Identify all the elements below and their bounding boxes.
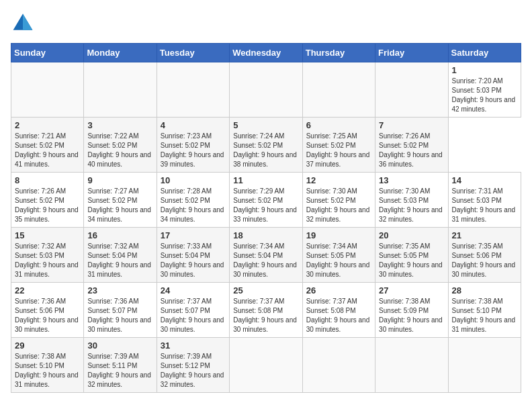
day-info: Sunrise: 7:34 AM Sunset: 5:05 PM Dayligh… <box>306 242 371 279</box>
day-number: 21 <box>452 230 517 240</box>
weekday-header-cell: Monday <box>84 44 157 62</box>
daylight-text: Daylight: 9 hours and 42 minutes. <box>452 95 517 114</box>
sunrise-text: Sunrise: 7:36 AM <box>15 297 80 306</box>
weekday-header-cell: Sunday <box>11 44 84 62</box>
day-info: Sunrise: 7:23 AM Sunset: 5:02 PM Dayligh… <box>161 132 226 169</box>
daylight-text: Daylight: 9 hours and 30 minutes. <box>379 261 444 279</box>
day-info: Sunrise: 7:22 AM Sunset: 5:02 PM Dayligh… <box>87 132 152 169</box>
calendar-day-cell: 24 Sunrise: 7:37 AM Sunset: 5:07 PM Dayl… <box>157 283 229 338</box>
sunset-text: Sunset: 5:02 PM <box>233 141 298 150</box>
sunset-text: Sunset: 5:03 PM <box>15 251 80 261</box>
calendar-day-cell: 28 Sunrise: 7:38 AM Sunset: 5:10 PM Dayl… <box>448 283 521 338</box>
svg-marker-1 <box>23 14 32 30</box>
day-number: 16 <box>87 230 152 240</box>
sunset-text: Sunset: 5:07 PM <box>87 306 152 316</box>
day-number: 9 <box>87 175 152 185</box>
sunset-text: Sunset: 5:02 PM <box>15 196 80 205</box>
day-info: Sunrise: 7:32 AM Sunset: 5:03 PM Dayligh… <box>15 242 80 279</box>
daylight-text: Daylight: 9 hours and 30 minutes. <box>15 316 80 334</box>
day-info: Sunrise: 7:21 AM Sunset: 5:02 PM Dayligh… <box>15 132 80 169</box>
sunrise-text: Sunrise: 7:37 AM <box>161 297 226 306</box>
daylight-text: Daylight: 9 hours and 31 minutes. <box>452 205 517 224</box>
daylight-text: Daylight: 9 hours and 32 minutes. <box>87 371 152 390</box>
sunrise-text: Sunrise: 7:37 AM <box>306 297 371 306</box>
daylight-text: Daylight: 9 hours and 32 minutes. <box>306 205 371 224</box>
day-info: Sunrise: 7:39 AM Sunset: 5:11 PM Dayligh… <box>87 352 152 390</box>
calendar-day-cell: 6 Sunrise: 7:25 AM Sunset: 5:02 PM Dayli… <box>302 118 375 173</box>
daylight-text: Daylight: 9 hours and 30 minutes. <box>161 261 226 279</box>
daylight-text: Daylight: 9 hours and 31 minutes. <box>87 261 152 279</box>
daylight-text: Daylight: 9 hours and 31 minutes. <box>452 316 517 334</box>
weekday-header-row: SundayMondayTuesdayWednesdayThursdayFrid… <box>11 44 521 62</box>
calendar-day-cell <box>230 62 302 118</box>
calendar-day-cell: 18 Sunrise: 7:34 AM Sunset: 5:04 PM Dayl… <box>230 228 302 283</box>
calendar-day-cell <box>302 338 375 393</box>
sunset-text: Sunset: 5:02 PM <box>379 141 444 150</box>
day-number: 13 <box>379 175 444 185</box>
calendar-day-cell <box>11 62 84 118</box>
sunrise-text: Sunrise: 7:27 AM <box>87 187 152 196</box>
calendar-day-cell: 26 Sunrise: 7:37 AM Sunset: 5:08 PM Dayl… <box>302 283 375 338</box>
day-info: Sunrise: 7:20 AM Sunset: 5:03 PM Dayligh… <box>452 77 517 114</box>
daylight-text: Daylight: 9 hours and 32 minutes. <box>379 205 444 224</box>
day-info: Sunrise: 7:38 AM Sunset: 5:10 PM Dayligh… <box>452 297 517 334</box>
calendar-day-cell: 8 Sunrise: 7:26 AM Sunset: 5:02 PM Dayli… <box>11 173 84 228</box>
sunset-text: Sunset: 5:02 PM <box>161 196 226 205</box>
day-number: 29 <box>15 340 80 351</box>
day-info: Sunrise: 7:30 AM Sunset: 5:02 PM Dayligh… <box>306 187 371 224</box>
sunrise-text: Sunrise: 7:23 AM <box>161 132 226 141</box>
sunrise-text: Sunrise: 7:39 AM <box>87 352 152 361</box>
day-info: Sunrise: 7:34 AM Sunset: 5:04 PM Dayligh… <box>233 242 298 279</box>
daylight-text: Daylight: 9 hours and 33 minutes. <box>233 205 298 224</box>
daylight-text: Daylight: 9 hours and 30 minutes. <box>233 261 298 279</box>
daylight-text: Daylight: 9 hours and 34 minutes. <box>161 205 226 224</box>
logo <box>11 11 38 35</box>
calendar-week-row: 1 Sunrise: 7:20 AM Sunset: 5:03 PM Dayli… <box>11 62 521 118</box>
daylight-text: Daylight: 9 hours and 31 minutes. <box>15 261 80 279</box>
sunset-text: Sunset: 5:10 PM <box>452 306 517 316</box>
calendar-week-row: 15 Sunrise: 7:32 AM Sunset: 5:03 PM Dayl… <box>11 228 521 283</box>
day-number: 15 <box>15 230 80 240</box>
sunset-text: Sunset: 5:03 PM <box>452 196 517 205</box>
calendar-day-cell: 20 Sunrise: 7:35 AM Sunset: 5:05 PM Dayl… <box>375 228 448 283</box>
day-number: 6 <box>306 120 371 130</box>
day-number: 14 <box>452 175 517 185</box>
sunrise-text: Sunrise: 7:21 AM <box>15 132 80 141</box>
daylight-text: Daylight: 9 hours and 31 minutes. <box>15 371 80 390</box>
daylight-text: Daylight: 9 hours and 30 minutes. <box>233 316 298 334</box>
sunrise-text: Sunrise: 7:38 AM <box>15 352 80 361</box>
calendar-day-cell: 10 Sunrise: 7:28 AM Sunset: 5:02 PM Dayl… <box>157 173 229 228</box>
day-info: Sunrise: 7:37 AM Sunset: 5:08 PM Dayligh… <box>306 297 371 334</box>
day-info: Sunrise: 7:36 AM Sunset: 5:06 PM Dayligh… <box>15 297 80 334</box>
calendar-body: 1 Sunrise: 7:20 AM Sunset: 5:03 PM Dayli… <box>11 62 521 393</box>
day-number: 28 <box>452 285 517 295</box>
calendar-week-row: 8 Sunrise: 7:26 AM Sunset: 5:02 PM Dayli… <box>11 173 521 228</box>
sunset-text: Sunset: 5:02 PM <box>87 141 152 150</box>
sunrise-text: Sunrise: 7:30 AM <box>306 187 371 196</box>
sunset-text: Sunset: 5:11 PM <box>87 361 152 371</box>
calendar-day-cell: 16 Sunrise: 7:32 AM Sunset: 5:04 PM Dayl… <box>84 228 157 283</box>
day-info: Sunrise: 7:32 AM Sunset: 5:04 PM Dayligh… <box>87 242 152 279</box>
sunrise-text: Sunrise: 7:38 AM <box>379 297 444 306</box>
sunrise-text: Sunrise: 7:38 AM <box>452 297 517 306</box>
calendar-day-cell: 7 Sunrise: 7:26 AM Sunset: 5:02 PM Dayli… <box>375 118 448 173</box>
calendar-day-cell: 3 Sunrise: 7:22 AM Sunset: 5:02 PM Dayli… <box>84 118 157 173</box>
daylight-text: Daylight: 9 hours and 30 minutes. <box>452 261 517 279</box>
sunset-text: Sunset: 5:02 PM <box>306 196 371 205</box>
daylight-text: Daylight: 9 hours and 35 minutes. <box>15 205 80 224</box>
calendar-day-cell <box>302 62 375 118</box>
sunrise-text: Sunrise: 7:20 AM <box>452 77 517 86</box>
sunrise-text: Sunrise: 7:32 AM <box>15 242 80 251</box>
sunset-text: Sunset: 5:02 PM <box>233 196 298 205</box>
sunrise-text: Sunrise: 7:34 AM <box>233 242 298 251</box>
daylight-text: Daylight: 9 hours and 30 minutes. <box>379 316 444 334</box>
sunset-text: Sunset: 5:04 PM <box>233 251 298 261</box>
calendar-day-cell: 13 Sunrise: 7:30 AM Sunset: 5:03 PM Dayl… <box>375 173 448 228</box>
calendar-week-row: 2 Sunrise: 7:21 AM Sunset: 5:02 PM Dayli… <box>11 118 521 173</box>
calendar-day-cell <box>230 338 302 393</box>
sunrise-text: Sunrise: 7:35 AM <box>452 242 517 251</box>
day-number: 25 <box>233 285 298 295</box>
sunset-text: Sunset: 5:10 PM <box>15 361 80 371</box>
weekday-header-cell: Saturday <box>448 44 521 62</box>
calendar-day-cell <box>448 338 521 393</box>
